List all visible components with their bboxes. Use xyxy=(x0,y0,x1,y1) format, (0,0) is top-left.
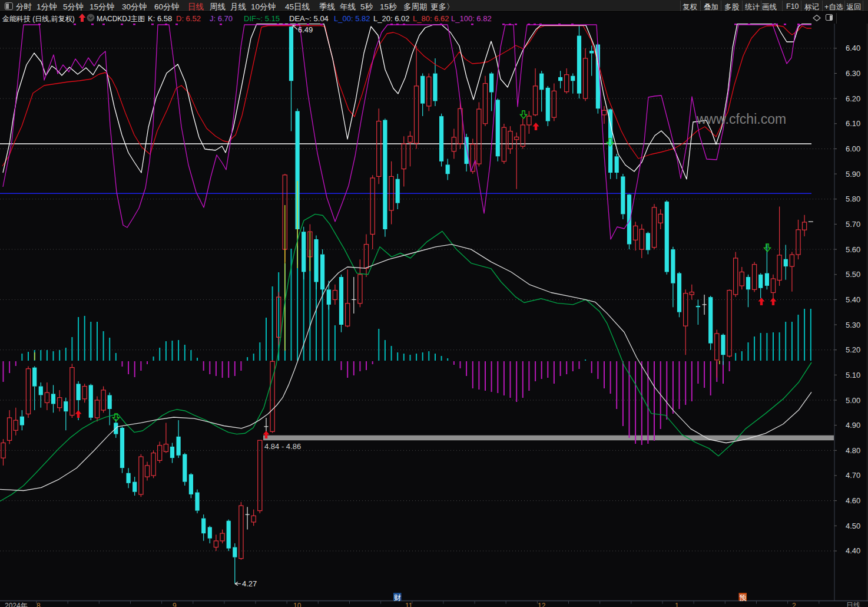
svg-text:6.20: 6.20 xyxy=(846,94,860,103)
svg-text:2: 2 xyxy=(792,602,796,607)
svg-text:日线: 日线 xyxy=(846,601,860,607)
svg-text:9: 9 xyxy=(173,602,177,607)
svg-text:5.10: 5.10 xyxy=(846,371,860,380)
svg-text:4.84 - 4.86: 4.84 - 4.86 xyxy=(264,442,301,451)
svg-text:6.40: 6.40 xyxy=(846,44,860,52)
svg-text:6.00: 6.00 xyxy=(846,144,860,153)
svg-text:预: 预 xyxy=(740,593,747,602)
svg-text:4.60: 4.60 xyxy=(846,496,860,505)
svg-text:4.90: 4.90 xyxy=(846,421,860,430)
svg-text:财: 财 xyxy=(394,593,401,602)
svg-text:5.70: 5.70 xyxy=(846,220,860,229)
svg-text:6.10: 6.10 xyxy=(846,119,860,128)
svg-text:4.40: 4.40 xyxy=(846,546,860,555)
svg-text:4.80: 4.80 xyxy=(846,446,860,455)
svg-text:5.60: 5.60 xyxy=(846,245,860,254)
svg-text:5.20: 5.20 xyxy=(846,345,860,354)
svg-text:5.50: 5.50 xyxy=(846,270,860,279)
svg-text:4.70: 4.70 xyxy=(846,471,860,480)
svg-text:5.80: 5.80 xyxy=(846,194,860,203)
svg-text:10: 10 xyxy=(293,602,302,607)
svg-text:12: 12 xyxy=(538,602,546,607)
svg-text:4.27: 4.27 xyxy=(242,579,257,588)
svg-text:5.00: 5.00 xyxy=(846,396,860,405)
svg-text:5.30: 5.30 xyxy=(846,321,860,329)
svg-text:11: 11 xyxy=(405,602,413,607)
svg-text:www.cfchi.com: www.cfchi.com xyxy=(696,111,786,127)
svg-text:6.49: 6.49 xyxy=(298,25,313,34)
svg-text:4.50: 4.50 xyxy=(846,522,860,530)
svg-text:5.40: 5.40 xyxy=(846,295,860,304)
svg-text:6.30: 6.30 xyxy=(846,69,860,78)
svg-text:8: 8 xyxy=(37,602,41,607)
svg-text:2024年: 2024年 xyxy=(5,602,28,607)
svg-text:1: 1 xyxy=(675,602,679,607)
svg-text:5.90: 5.90 xyxy=(846,170,860,179)
